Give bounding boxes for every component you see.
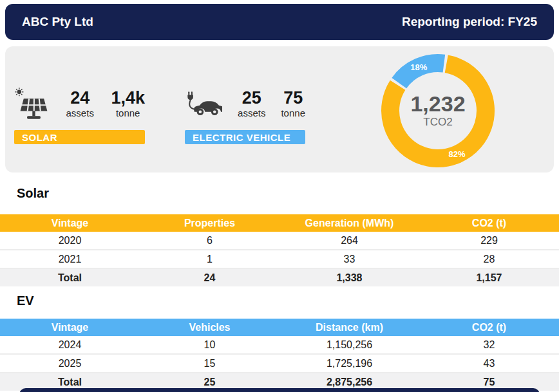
column-header: Generation (MWh) xyxy=(280,214,419,232)
ev-assets: 25 assets xyxy=(238,89,265,120)
solar-label-bar: SOLAR xyxy=(14,130,145,144)
table-header-row: VintageVehiclesDistance (km)CO2 (t) xyxy=(0,319,559,336)
company-name: ABC Pty Ltd xyxy=(22,15,93,29)
donut-chart-svg: 18%82% xyxy=(377,50,499,172)
table-header-row: VintagePropertiesGeneration (MWh)CO2 (t) xyxy=(0,214,559,232)
solar-stat-values: 24 assets 1,4k tonne xyxy=(14,84,145,125)
ev-stat-values: 25 assets 75 tonne xyxy=(185,84,305,125)
ev-stat-block: 25 assets 75 tonne ELECTRIC VEHICLE xyxy=(185,84,305,144)
solar-tonnes-value: 1,4k xyxy=(111,89,145,107)
solar-stat-block: 24 assets 1,4k tonne SOLAR xyxy=(14,84,145,144)
table-cell: 2020 xyxy=(0,232,140,250)
summary-card: 24 assets 1,4k tonne SOLAR xyxy=(5,46,554,173)
column-header: CO2 (t) xyxy=(419,214,559,232)
column-header: Vehicles xyxy=(140,319,280,336)
solar-tonnes-unit: tonne xyxy=(111,107,145,120)
column-header: Vintage xyxy=(0,319,140,336)
ev-assets-unit: assets xyxy=(238,107,265,120)
solar-assets-unit: assets xyxy=(66,107,94,120)
ev-label-bar: ELECTRIC VEHICLE xyxy=(185,130,305,144)
ev-table: VintageVehiclesDistance (km)CO2 (t)20241… xyxy=(0,319,559,391)
solar-assets-value: 24 xyxy=(66,89,94,107)
table-cell: 43 xyxy=(419,354,559,373)
column-header: CO2 (t) xyxy=(419,319,559,336)
electric-car-icon xyxy=(185,90,222,118)
table-cell: 2025 xyxy=(0,354,140,373)
ev-tonnes-unit: tonne xyxy=(281,107,305,120)
total-cell: 24 xyxy=(140,268,280,286)
ev-section-heading: EV xyxy=(17,294,34,308)
donut-segment-label: 82% xyxy=(449,149,466,159)
table-cell: 2024 xyxy=(0,336,140,354)
table-cell: 2021 xyxy=(0,250,140,268)
co2-donut-chart: 18%82% 1,232 TCO2 xyxy=(377,50,499,172)
solar-data-table: VintagePropertiesGeneration (MWh)CO2 (t)… xyxy=(0,214,559,286)
ev-assets-value: 25 xyxy=(238,89,265,107)
reporting-period: Reporting period: FY25 xyxy=(402,15,537,29)
column-header: Properties xyxy=(140,214,280,232)
column-header: Vintage xyxy=(0,214,140,232)
solar-section-heading: Solar xyxy=(17,186,49,201)
ev-tonnes: 75 tonne xyxy=(281,89,305,120)
top-bar: ABC Pty Ltd Reporting period: FY25 xyxy=(5,4,554,40)
table-cell: 33 xyxy=(280,250,419,268)
table-cell: 1 xyxy=(140,250,280,268)
report-page: { "header": { "company": "ABC Pty Ltd", … xyxy=(0,0,559,392)
table-cell: 264 xyxy=(280,232,419,250)
bottom-bar xyxy=(19,388,540,392)
table-cell: 10 xyxy=(140,336,280,354)
total-cell: 1,157 xyxy=(419,268,559,286)
table-cell: 1,725,196 xyxy=(280,354,419,373)
table-cell: 6 xyxy=(140,232,280,250)
total-cell: Total xyxy=(0,268,140,286)
solar-panel-icon xyxy=(14,86,49,123)
ev-data-table: VintageVehiclesDistance (km)CO2 (t)20241… xyxy=(0,319,559,391)
table-cell: 32 xyxy=(419,336,559,354)
solar-assets: 24 assets xyxy=(66,89,94,120)
table-cell: 15 xyxy=(140,354,280,373)
table-cell: 28 xyxy=(419,250,559,268)
table-row: 20206264229 xyxy=(0,232,559,250)
solar-table: VintagePropertiesGeneration (MWh)CO2 (t)… xyxy=(0,214,559,286)
column-header: Distance (km) xyxy=(280,319,419,336)
table-cell: 229 xyxy=(419,232,559,250)
table-total-row: Total241,3381,157 xyxy=(0,268,559,286)
ev-tonnes-value: 75 xyxy=(281,89,305,107)
solar-tonnes: 1,4k tonne xyxy=(111,89,145,120)
donut-segment-label: 18% xyxy=(410,62,427,72)
table-row: 2025151,725,19643 xyxy=(0,354,559,373)
table-row: 202113328 xyxy=(0,250,559,268)
total-cell: 1,338 xyxy=(280,268,419,286)
table-row: 2024101,150,25632 xyxy=(0,336,559,354)
table-cell: 1,150,256 xyxy=(280,336,419,354)
